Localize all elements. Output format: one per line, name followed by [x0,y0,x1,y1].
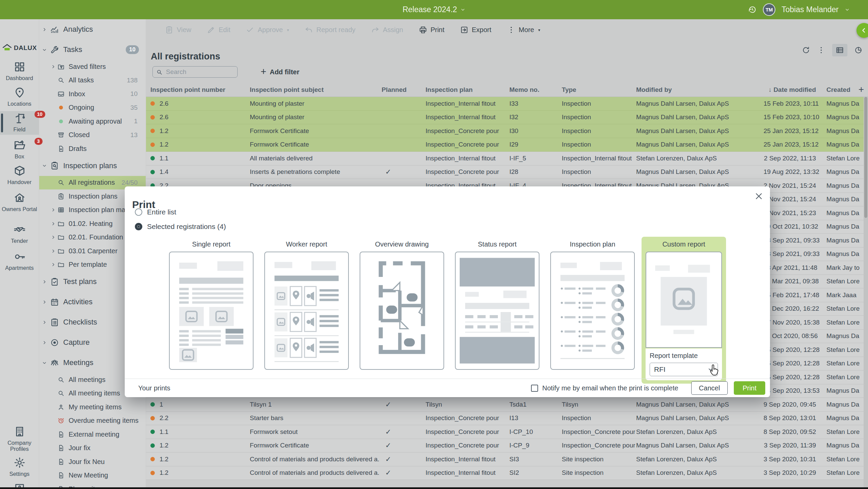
table-row[interactable]: 1.1 Formwork setout ✓ Inspection_Concret… [146,425,868,439]
notify-checkbox[interactable] [531,385,538,392]
table-row[interactable]: 1.2 Control of materials and products de… [146,466,868,480]
report-card-single-report[interactable]: Single report [169,237,254,384]
table-row[interactable]: 2.6 Mounting of plaster Inspection_Inter… [146,97,868,111]
rail-item-tender[interactable]: Tender [0,223,39,244]
column-header-inspection-plan[interactable]: Inspection plan [421,86,506,94]
report-card-worker-report[interactable]: Worker report [264,237,349,384]
table-row[interactable]: 1.2 Formwork Certificate Inspection_Conc… [146,138,868,152]
sidebar-item-ongoing[interactable]: Ongoing 35 [39,101,146,115]
column-header-date-modified[interactable]: ↓ Date modified [764,86,821,94]
sidebar-item-inspection-plans[interactable]: Inspection plans [39,156,146,176]
report-template-select[interactable]: RFI [650,363,718,376]
sidebar-item-overdue-meeting-items[interactable]: Overdue meeting items [39,414,146,428]
column-header-modified-by[interactable]: Modified by [635,86,764,94]
sidebar-item-inbox[interactable]: Inbox 10 [39,87,146,101]
close-button[interactable] [754,191,765,201]
vertical-scrollbar[interactable] [864,97,868,487]
sidebar-item-my-meeting-items[interactable]: My meeting items [39,400,146,414]
cell-type: Inspection [559,168,635,176]
history-button[interactable] [748,5,757,14]
status-dot-green [150,156,155,160]
card-thumbnail[interactable] [264,252,349,370]
toolbar-view-button[interactable]: View [165,26,191,34]
sidebar-item-closed[interactable]: Closed 13 [39,128,146,142]
rail-item-box[interactable]: 3 Box [0,138,39,160]
sidebar-item-jour-fix[interactable]: Jour fix [39,441,146,455]
card-thumbnail[interactable] [360,252,444,370]
rail-item-handover[interactable]: Handover [0,164,39,185]
report-card-overview-drawing[interactable]: Overview drawing [360,237,444,384]
column-header-memo-no[interactable]: Memo no. [506,86,559,94]
radio-selected-icon[interactable] [135,223,142,230]
rail-item-field[interactable]: 10 Field [0,111,39,135]
sidebar-item-awaiting-approval[interactable]: Awaiting approval 1 [39,114,146,128]
chevron-down-icon[interactable] [845,7,850,12]
add-column-button[interactable]: + [857,84,866,95]
sidebar-item-new-meeting[interactable]: New Meeting [39,469,146,483]
cell-subject: Formwork Certificate [250,127,379,135]
report-card-status-report[interactable]: Status report [455,237,539,384]
rail-item-settings[interactable]: Settings [0,456,39,477]
refresh-button[interactable] [802,46,810,54]
radio-label: Entire list [147,208,176,216]
card-thumbnail[interactable] [646,252,722,348]
more-options-button[interactable] [817,46,825,54]
rail-item-locations[interactable]: Locations [0,85,39,106]
cell-created-by: Stefan Lore [821,360,868,367]
print-button[interactable]: Print [734,381,765,395]
table-row[interactable]: 1.2 Formwork Certificate Inspection_Conc… [146,124,868,138]
column-header-type[interactable]: Type [559,86,635,94]
toolbar-print-button[interactable]: Print [419,26,444,34]
notify-email-option[interactable]: Notify me by email when the print is com… [531,384,678,392]
radio-option-entire-list[interactable]: Entire list [135,205,226,219]
sidebar-item-external-meeting[interactable]: External meeting [39,428,146,441]
sidebar-item-jour-fix-neu[interactable]: Jour fix Neu [39,455,146,469]
report-card-custom-report[interactable]: Custom report Report template RFI [642,237,726,384]
table-row[interactable]: 2.2 Starter bars Inspection_Concrete pou… [146,412,868,426]
cell-inspection-plan: Inspection_Concrete pour [421,414,506,422]
table-row[interactable]: 1.2 Formwork Certificate ✓ Inspection_Co… [146,439,868,453]
dot-icon [57,104,65,111]
card-thumbnail[interactable] [169,252,254,370]
column-header-planned[interactable]: Planned [379,86,421,94]
cell-date-modified: 8 Sep 2020, 09:52 [764,428,821,436]
column-header-inspection-point-number[interactable]: Inspection point number [146,86,250,94]
add-filter-button[interactable]: + Add filter [259,68,302,76]
scrollbar-thumb[interactable] [864,97,867,218]
search-input[interactable] [165,68,234,76]
table-row[interactable]: 2.6 Mounting of plaster Inspection_Inter… [146,111,868,125]
radio-option-selected-registrations-4[interactable]: Selected registrations (4) [135,219,226,234]
toolbar-edit-button[interactable]: Edit [207,26,230,34]
card-thumbnail[interactable] [455,252,539,370]
rail-item-owners-portal[interactable]: Owners Portal [0,191,39,218]
table-row[interactable]: 1.1 All materials delivered Inspection_I… [146,152,868,165]
toolbar-assign-button[interactable]: Assign [371,26,403,34]
toolbar-approve-button[interactable]: Approve ▾ [246,26,289,34]
toolbar-report-ready-button[interactable]: Report ready [305,26,356,34]
card-thumbnail[interactable] [550,252,635,370]
table-row[interactable]: 1.2 Control of materials and products de… [146,453,868,466]
toolbar-more-button[interactable]: More ▾ [507,26,540,34]
report-card-inspection-plan[interactable]: Inspection plan [550,237,635,384]
toolbar-export-button[interactable]: Export [460,26,491,34]
column-header-inspection-point-subject[interactable]: Inspection point subject [250,86,379,94]
sidebar-item-drafts[interactable]: Drafts [39,142,146,156]
cancel-button[interactable]: Cancel [691,381,728,395]
table-row[interactable]: 1 Tilsyn 1 ✓ Tilsyn Tsda1 Tilsyn Magnus … [146,398,868,412]
sidebar-item-tasks[interactable]: Tasks 10 [39,40,146,60]
rail-item-dashboard[interactable]: Dashboard [0,60,39,80]
table-view-button[interactable] [832,44,847,56]
release-selector[interactable]: Release 2024.2 [403,0,465,19]
sidebar-item-saved-filters[interactable]: Saved filters [39,60,146,74]
rail-item-apartments[interactable]: Apartments [0,250,39,271]
table-row[interactable]: 1.4 Inserts & penetrations complete ✓ In… [146,165,868,179]
sidebar-item-all-tasks[interactable]: All tasks 138 [39,74,146,87]
cell-modified-by: Magnus Dahl Larsen, Dalux ApS [635,141,764,148]
sidebar-item-analytics[interactable]: Analytics [39,19,146,40]
cell-created-by: Stefan Lore [821,278,868,285]
chart-view-button[interactable] [854,46,863,54]
avatar[interactable]: TM [763,3,775,16]
rail-item-company-profiles[interactable]: Company Profiles [0,424,39,452]
radio-unselected-icon[interactable] [135,208,142,216]
your-prints-link[interactable]: Your prints [136,384,172,392]
